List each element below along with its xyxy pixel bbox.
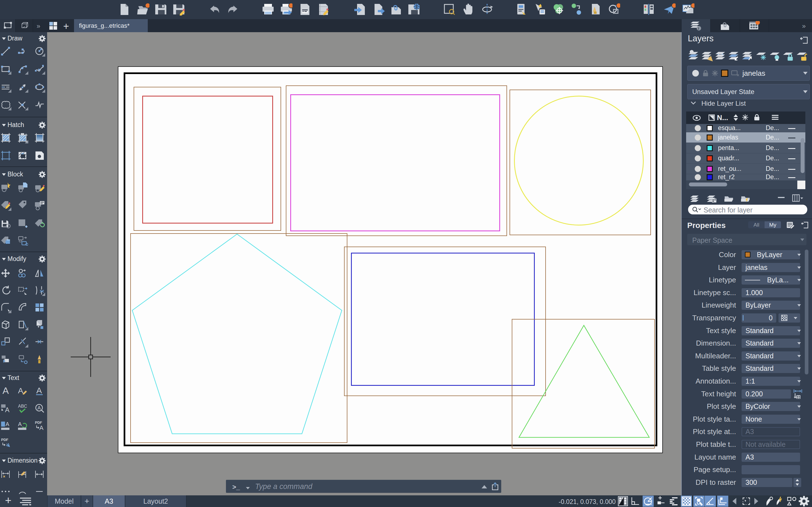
svg-text:A: A bbox=[18, 421, 22, 427]
svg-text:A: A bbox=[6, 421, 9, 427]
svg-text:A: A bbox=[2, 386, 9, 396]
svg-text:A: A bbox=[38, 405, 41, 411]
svg-text:A: A bbox=[18, 386, 23, 395]
svg-text:PDF: PDF bbox=[35, 420, 42, 425]
svg-text:PDF: PDF bbox=[1, 438, 8, 442]
svg-text:A: A bbox=[39, 425, 44, 431]
svg-text:A: A bbox=[5, 406, 9, 413]
svg-text:i: i bbox=[698, 26, 699, 31]
svg-text:A: A bbox=[36, 386, 42, 395]
svg-text:ABC: ABC bbox=[18, 404, 27, 408]
